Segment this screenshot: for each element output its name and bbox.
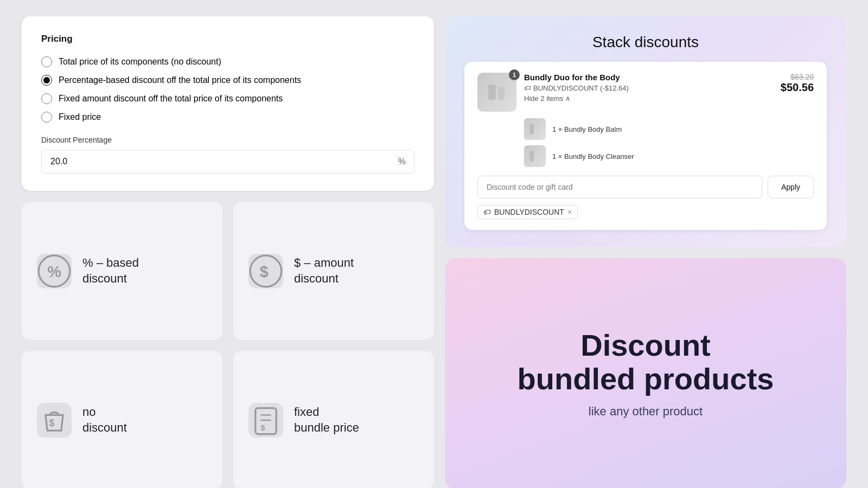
sub-item-image-0 [524,118,546,140]
sub-item-0: 1 × Bundly Body Balm [524,118,814,140]
percent-tag-icon: % [37,254,72,288]
tag-icon: 🏷 [483,208,491,216]
pricing-option-fixed-price[interactable]: Fixed price [41,112,414,123]
discount-code-text: BUNDLYDISCOUNT (-$12.64) [533,84,629,92]
pricing-option-label-1: Percentage-based discount off the total … [59,75,301,85]
svg-text:%: % [47,263,61,280]
sub-item-label-0: 1 × Bundly Body Balm [552,125,622,133]
order-item-main: 1 Bundly Duo for the Body 🏷 BUNDLYDISCOU… [477,73,814,112]
radio-fixed-price[interactable] [41,112,52,123]
bundle-promo-card: Discountbundled products like any other … [445,258,846,488]
feature-label-fixed-price: fixedbundle price [294,404,359,435]
product-image-wrapper: 1 [477,73,516,112]
feature-grid-top: % % – baseddiscount $ $ – amountdiscount [22,202,434,340]
order-item-info: Bundly Duo for the Body 🏷 BUNDLYDISCOUNT… [524,73,773,102]
right-column: Stack discounts 1 Bundly Du [445,16,846,488]
discount-percentage-label: Discount Percentage [41,136,414,144]
pricing-option-fixed-amount[interactable]: Fixed amount discount off the total pric… [41,93,414,104]
order-item-name: Bundly Duo for the Body [524,73,773,82]
svg-text:$: $ [260,263,269,280]
discount-code-input[interactable] [477,176,762,198]
sub-item-label-1: 1 × Bundly Body Cleanser [552,152,634,160]
remove-discount-button[interactable]: × [567,208,572,216]
sub-item-1: 1 × Bundly Body Cleanser [524,145,814,167]
sub-item-image-1 [524,145,546,167]
percent-symbol: % [398,157,406,166]
svg-rect-10 [498,87,505,100]
feature-grid-bottom: $ nodiscount $ fixedbundle price [22,351,434,488]
radio-fixed-amount[interactable] [41,93,52,104]
chevron-up-icon: ∧ [565,94,571,102]
discount-icon: 🏷 [524,84,531,92]
bundle-promo-subtitle: like any other product [589,404,703,419]
receipt-dollar-icon: $ [248,403,283,438]
pricing-title: Pricing [41,34,414,44]
pricing-option-label-0: Total price of its components (no discou… [59,57,221,67]
applied-code: BUNDLYDISCOUNT [494,208,564,216]
svg-text:$: $ [49,418,54,428]
item-badge: 1 [509,69,520,80]
applied-discount-tag: 🏷 BUNDLYDISCOUNT × [477,205,578,219]
price-original: $63.20 [781,73,814,81]
feature-card-no-discount: $ nodiscount [22,351,222,488]
bundle-promo-title: Discountbundled products [518,329,774,395]
pricing-option-label-2: Fixed amount discount off the total pric… [59,94,283,104]
left-column: Pricing Total price of its components (n… [22,16,434,488]
order-card: 1 Bundly Duo for the Body 🏷 BUNDLYDISCOU… [464,62,827,230]
radio-no-discount[interactable] [41,56,52,67]
applied-discount-row: 🏷 BUNDLYDISCOUNT × [477,205,814,219]
pricing-option-no-discount[interactable]: Total price of its components (no discou… [41,56,414,67]
discount-input-wrapper: % [41,150,414,174]
apply-button[interactable]: Apply [768,176,814,198]
svg-rect-5 [256,408,276,434]
stack-discounts-card: Stack discounts 1 Bundly Du [445,16,846,247]
pricing-options: Total price of its components (no discou… [41,56,414,123]
hide-label: Hide 2 items [524,94,563,102]
feature-card-amount: $ $ – amountdiscount [233,202,434,340]
price-final: $50.56 [781,81,814,94]
pricing-option-percentage[interactable]: Percentage-based discount off the total … [41,75,414,86]
discount-percentage-input[interactable] [41,150,414,174]
feature-label-amount: $ – amountdiscount [294,255,354,286]
page-wrapper: Pricing Total price of its components (n… [22,16,846,472]
radio-percentage[interactable] [41,75,52,86]
feature-card-percentage: % % – baseddiscount [22,202,222,340]
order-item-prices: $63.20 $50.56 [781,73,814,94]
discount-percentage-section: Discount Percentage % [41,136,414,174]
svg-rect-9 [488,85,496,100]
bag-dollar-icon: $ [37,403,72,438]
svg-text:$: $ [260,423,265,432]
feature-card-fixed-price: $ fixedbundle price [233,351,434,488]
discount-code-row: Apply [477,176,814,198]
sub-items: 1 × Bundly Body Balm 1 × Bundly Body Cle… [477,118,814,167]
svg-rect-11 [529,124,534,134]
hide-items-toggle[interactable]: Hide 2 items ∧ [524,94,773,102]
feature-label-no-discount: nodiscount [82,404,127,435]
order-item-discount: 🏷 BUNDLYDISCOUNT (-$12.64) [524,84,773,92]
dollar-circle-icon: $ [248,254,283,288]
pricing-card: Pricing Total price of its components (n… [22,16,434,191]
svg-rect-12 [529,151,534,162]
feature-label-percentage: % – baseddiscount [82,255,139,286]
pricing-option-label-3: Fixed price [59,112,101,122]
stack-discounts-title: Stack discounts [592,34,699,51]
